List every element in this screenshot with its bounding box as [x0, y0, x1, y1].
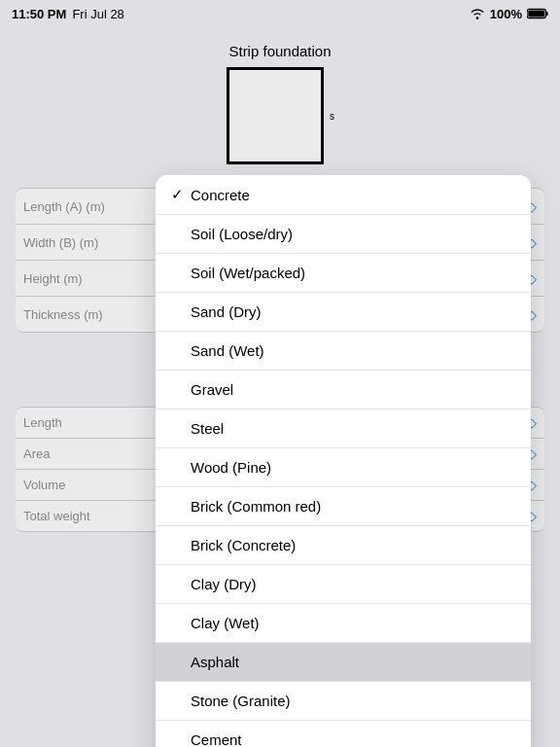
dropdown-item[interactable]: Clay (Wet): [156, 604, 531, 643]
dropdown-item[interactable]: Wood (Pine): [156, 448, 531, 487]
checkmark-icon: ✓: [171, 186, 191, 203]
dropdown-item-label: Cement: [191, 731, 515, 747]
dropdown-item[interactable]: ✓Concrete: [156, 175, 531, 215]
dropdown-item-label: Concrete: [191, 187, 515, 203]
dropdown-item-label: Brick (Common red): [191, 498, 515, 515]
dropdown-item[interactable]: Clay (Dry): [156, 565, 531, 604]
dropdown-item-label: Clay (Dry): [191, 576, 515, 592]
dropdown-item-label: Sand (Wet): [191, 342, 515, 359]
dropdown-item-label: Brick (Concrete): [191, 537, 515, 553]
dropdown-item[interactable]: Stone (Granite): [156, 682, 531, 721]
dropdown-item-label: Wood (Pine): [191, 459, 515, 476]
dropdown-item-label: Stone (Granite): [191, 693, 515, 709]
dropdown-item-label: Gravel: [191, 381, 515, 398]
dropdown-item[interactable]: Asphalt: [156, 643, 531, 682]
dropdown-item[interactable]: Brick (Concrete): [156, 526, 531, 565]
dropdown-item[interactable]: Sand (Dry): [156, 293, 531, 332]
dropdown-item[interactable]: Sand (Wet): [156, 332, 531, 371]
dropdown-item-label: Asphalt: [191, 654, 515, 670]
dropdown-menu: ✓ConcreteSoil (Loose/dry)Soil (Wet/packe…: [156, 175, 531, 747]
dropdown-item-label: Steel: [191, 420, 515, 437]
dropdown-item-label: Soil (Loose/dry): [191, 226, 515, 242]
dropdown-item[interactable]: Soil (Loose/dry): [156, 215, 531, 254]
dropdown-item[interactable]: Steel: [156, 409, 531, 448]
dropdown-item[interactable]: Gravel: [156, 371, 531, 409]
dropdown-item[interactable]: Soil (Wet/packed): [156, 254, 531, 293]
dropdown-item-label: Clay (Wet): [191, 615, 515, 631]
dropdown-item-label: Sand (Dry): [191, 303, 515, 320]
dropdown-item-label: Soil (Wet/packed): [191, 265, 515, 281]
dropdown-item[interactable]: Cement: [156, 721, 531, 747]
dropdown-item[interactable]: Brick (Common red): [156, 487, 531, 526]
